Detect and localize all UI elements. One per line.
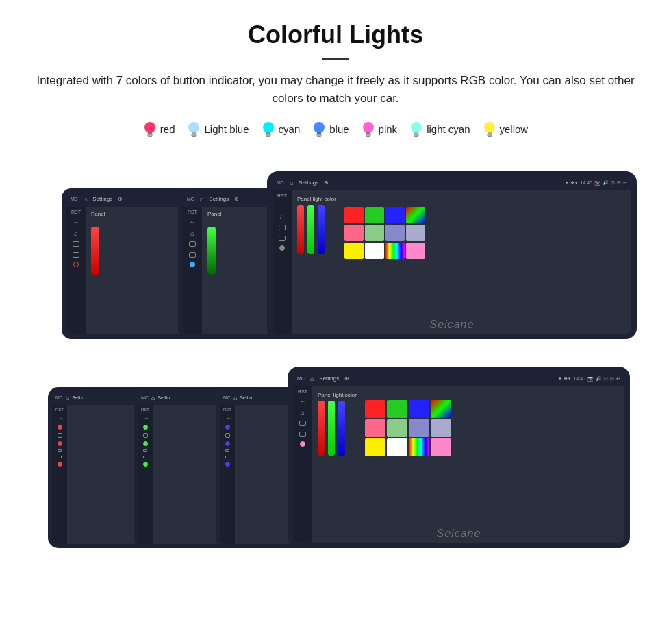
svg-point-20 [411, 122, 422, 133]
color-legend: red Light blue cyan [27, 121, 644, 138]
svg-rect-17 [366, 132, 370, 134]
svg-rect-14 [316, 134, 322, 136]
svg-point-12 [314, 122, 325, 133]
legend-item-cyan: cyan [262, 121, 301, 138]
legend-item-pink: pink [362, 121, 398, 138]
svg-rect-6 [191, 134, 197, 136]
top-row: MC ⌂ Settings ⊕ RST ← ⌂ [27, 158, 644, 339]
legend-label-blue: blue [329, 123, 349, 135]
bulb-icon-light-blue [187, 121, 201, 138]
panel-label-1: Panel [91, 211, 105, 217]
legend-label-pink: pink [379, 123, 398, 135]
svg-rect-7 [192, 136, 196, 137]
svg-rect-15 [317, 136, 321, 137]
svg-rect-27 [488, 136, 492, 137]
svg-point-16 [363, 122, 374, 133]
svg-rect-22 [414, 134, 419, 136]
svg-point-4 [188, 122, 199, 133]
bulb-icon-pink [362, 121, 375, 138]
svg-rect-1 [148, 132, 152, 134]
device-frame-b4: MC ⌂ Settings ⊕ ✦ ❖ ▾ 14:40 📷 🔊 ⊡ [288, 367, 630, 548]
svg-rect-5 [192, 132, 196, 134]
header-divider [322, 58, 349, 60]
svg-rect-19 [366, 136, 370, 137]
page-container: Colorful Lights Integrated with 7 colors… [0, 0, 671, 562]
svg-rect-18 [366, 134, 371, 136]
svg-rect-9 [266, 132, 270, 134]
legend-item-light-cyan: light cyan [409, 121, 470, 138]
legend-item-yellow: yellow [483, 121, 529, 138]
legend-item-light-blue: Light blue [187, 121, 249, 138]
svg-rect-23 [414, 136, 418, 137]
svg-rect-13 [317, 132, 321, 134]
legend-label-cyan: cyan [279, 123, 301, 135]
screen-3: MC ⌂ Settings ⊕ ✦ ❖ ▾ 14:40 📷 🔊 ⊡ [273, 175, 631, 334]
device-rows: MC ⌂ Settings ⊕ RST ← ⌂ [27, 158, 644, 548]
svg-rect-10 [266, 134, 271, 136]
topbar-3: MC ⌂ Settings ⊕ ✦ ❖ ▾ 14:40 📷 🔊 ⊡ [273, 175, 631, 190]
device-frame-3: MC ⌂ Settings ⊕ ✦ ❖ ▾ 14:40 📷 🔊 ⊡ [267, 171, 637, 339]
topbar-b4: MC ⌂ Settings ⊕ ✦ ❖ ▾ 14:40 📷 🔊 ⊡ [293, 371, 624, 386]
svg-point-24 [484, 122, 495, 133]
bottom-row: MC ⌂ Settin... RST ← [27, 346, 644, 548]
svg-rect-2 [147, 134, 153, 136]
svg-point-8 [263, 122, 274, 133]
screen-b4: MC ⌂ Settings ⊕ ✦ ❖ ▾ 14:40 📷 🔊 ⊡ [293, 371, 624, 543]
legend-item-blue: blue [312, 121, 349, 138]
bulb-icon-blue [312, 121, 326, 138]
svg-rect-25 [488, 132, 492, 134]
legend-item-red: red [143, 121, 175, 138]
legend-label-light-cyan: light cyan [427, 123, 470, 135]
svg-rect-11 [266, 136, 270, 137]
top-device-3: MC ⌂ Settings ⊕ ✦ ❖ ▾ 14:40 📷 🔊 ⊡ [267, 171, 637, 339]
bulb-icon-red [143, 121, 157, 138]
legend-label-red: red [160, 123, 175, 135]
svg-point-0 [144, 122, 155, 133]
legend-label-yellow: yellow [500, 123, 529, 135]
svg-rect-3 [148, 136, 152, 137]
legend-label-light-blue: Light blue [204, 123, 249, 135]
svg-rect-26 [487, 134, 492, 136]
bulb-icon-light-cyan [409, 121, 423, 138]
bulb-icon-yellow [483, 121, 496, 138]
bulb-icon-cyan [262, 121, 275, 138]
page-description: Integrated with 7 colors of button indic… [27, 72, 644, 108]
page-title: Colorful Lights [27, 21, 644, 49]
bottom-device-4: MC ⌂ Settings ⊕ ✦ ❖ ▾ 14:40 📷 🔊 ⊡ [288, 367, 630, 548]
svg-rect-21 [414, 132, 418, 134]
